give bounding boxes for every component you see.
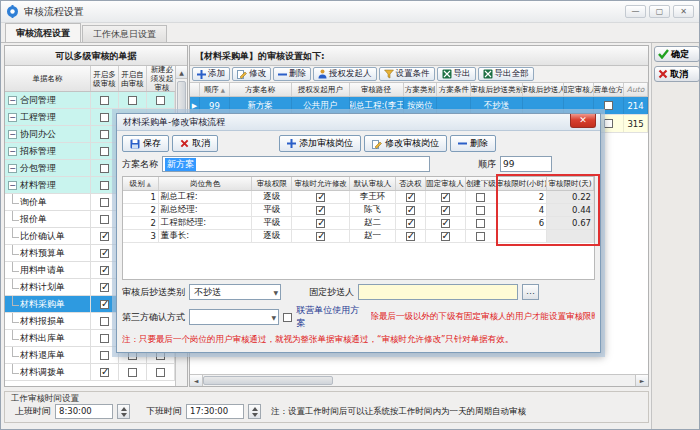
collapse-icon[interactable]: − [8, 130, 17, 139]
column-header[interactable]: 审核时允许修改 [292, 177, 350, 190]
column-header[interactable]: 审核后抄送类别 [471, 83, 523, 96]
audit-post-row[interactable]: 2副总经理:平级陈飞40.44 [123, 204, 594, 217]
minimize-icon[interactable]: — [625, 5, 646, 18]
column-header[interactable]: 固定审核人 [426, 177, 466, 190]
column-header[interactable]: 方案名称 [230, 83, 292, 96]
multi-checkbox[interactable] [100, 266, 109, 275]
cc-type-select[interactable]: 不抄送▼ [189, 284, 281, 300]
column-header[interactable]: 审核限时(小时) [497, 177, 547, 190]
multi-checkbox[interactable] [100, 300, 109, 309]
coop-checkbox[interactable] [604, 101, 613, 110]
work-start-input[interactable]: 8:30:00 [55, 404, 113, 419]
ok-button[interactable]: 确定 [654, 46, 700, 62]
create-sub-checkbox[interactable] [476, 193, 485, 202]
audit-post-row[interactable]: 2工程部经理:平级赵二60.67 [123, 217, 594, 230]
dialog-close-icon[interactable]: ✕ [570, 114, 596, 128]
free-checkbox[interactable] [128, 96, 137, 105]
fixed-auditor-checkbox[interactable] [441, 232, 450, 241]
allow-edit-checkbox[interactable] [316, 193, 325, 202]
dialog-title-bar[interactable]: 材料采购单-修改审核流程 [117, 114, 600, 131]
export-all-button[interactable]: 导出全部 [478, 67, 534, 81]
cc-person-input[interactable] [358, 284, 518, 300]
export-button[interactable]: 导出 [437, 67, 476, 81]
order-input[interactable]: 99 [500, 156, 552, 172]
multi-checkbox[interactable] [100, 368, 109, 377]
title-bar[interactable]: 审核流程设置 — ▢ ✕ [1, 1, 699, 23]
multi-checkbox[interactable] [100, 334, 109, 343]
delete-audit-post-button[interactable]: 删除 [450, 135, 496, 152]
column-header[interactable]: 岗位角色 [159, 177, 253, 190]
veto-checkbox[interactable] [406, 206, 415, 215]
must-checkbox[interactable] [156, 96, 165, 105]
veto-checkbox[interactable] [406, 232, 415, 241]
add-button[interactable]: 添加 [192, 67, 230, 81]
column-header[interactable]: 审核路径 [350, 83, 404, 96]
multi-checkbox[interactable] [100, 96, 109, 105]
create-sub-checkbox[interactable] [476, 219, 485, 228]
third-party-select[interactable]: ▼ [189, 309, 279, 325]
multi-checkbox[interactable] [100, 317, 109, 326]
document-type-row[interactable]: −合同管理 [5, 92, 175, 109]
column-header[interactable]: 级别▲ [123, 177, 159, 190]
add-audit-post-button[interactable]: 添加审核岗位 [279, 135, 361, 152]
column-header[interactable]: 审核权限 [252, 177, 292, 190]
work-start-spinner[interactable] [117, 404, 130, 419]
collapse-icon[interactable]: − [8, 113, 17, 122]
multi-checkbox[interactable] [100, 215, 109, 224]
dialog-cancel-button[interactable]: 取消 [172, 135, 218, 152]
work-end-spinner[interactable] [248, 404, 261, 419]
document-type-row[interactable]: 材料调拨单 [5, 364, 175, 381]
scroll-left-icon[interactable]: ◄ [190, 375, 203, 386]
multi-checkbox[interactable] [100, 232, 109, 241]
work-end-input[interactable]: 17:30:00 [186, 404, 244, 419]
allow-edit-checkbox[interactable] [316, 219, 325, 228]
horizontal-scrollbar[interactable]: ◄ ► [190, 374, 648, 386]
delete-button[interactable]: 删除 [273, 67, 311, 81]
multi-checkbox[interactable] [100, 147, 109, 156]
multi-checkbox[interactable] [100, 198, 109, 207]
veto-checkbox[interactable] [406, 219, 415, 228]
multi-checkbox[interactable] [100, 249, 109, 258]
maximize-icon[interactable]: ▢ [649, 5, 670, 18]
column-header[interactable]: 默认审核人 [350, 177, 396, 190]
allow-edit-checkbox[interactable] [316, 232, 325, 241]
scroll-right-icon[interactable]: ► [635, 375, 648, 386]
spin-up-icon[interactable] [121, 407, 127, 411]
column-header[interactable]: 方案条件 [437, 83, 471, 96]
column-header[interactable]: 联营单位方案 [594, 83, 624, 96]
free-checkbox[interactable] [128, 368, 137, 377]
scheme-name-input[interactable]: 新方案 [162, 156, 430, 172]
collapse-icon[interactable]: − [8, 164, 17, 173]
close-icon[interactable]: ✕ [673, 5, 694, 18]
picker-icon[interactable]: … [522, 284, 539, 300]
column-header[interactable]: 否决权 [396, 177, 426, 190]
tab-rest-days[interactable]: 工作休息日设置 [82, 25, 167, 42]
fixed-auditor-checkbox[interactable] [441, 193, 450, 202]
column-header[interactable]: 固定审核人 [564, 83, 594, 96]
column-header[interactable]: Auto [624, 83, 648, 96]
set-conditions-button[interactable]: 设置条件 [379, 67, 435, 81]
collapse-icon[interactable]: − [8, 147, 17, 156]
column-header[interactable]: 顺序▲ [200, 83, 230, 96]
hscroll-thumb[interactable] [203, 376, 333, 385]
coop-scheme-checkbox[interactable] [283, 313, 292, 322]
save-button[interactable]: 保存 [122, 135, 169, 152]
column-header[interactable]: 授权发起用户 [292, 83, 350, 96]
create-sub-checkbox[interactable] [476, 206, 485, 215]
create-sub-checkbox[interactable] [476, 232, 485, 241]
column-header[interactable]: 审核后抄送人 [523, 83, 564, 96]
allow-edit-checkbox[interactable] [316, 206, 325, 215]
audit-post-row[interactable]: 1副总工程:逐级李王环20.22 [123, 191, 594, 204]
spin-down-icon[interactable] [252, 413, 258, 417]
must-checkbox[interactable] [156, 368, 165, 377]
veto-checkbox[interactable] [406, 193, 415, 202]
spin-down-icon[interactable] [121, 413, 127, 417]
column-header[interactable]: 审核限时(天) [547, 177, 594, 190]
edit-audit-post-button[interactable]: 修改审核岗位 [364, 135, 447, 152]
collapse-icon[interactable]: − [8, 181, 17, 190]
audit-post-row[interactable]: 3董事长:逐级赵一 [123, 230, 594, 243]
tab-audit-process[interactable]: 审核流程设置 [5, 23, 81, 42]
authorize-initiator-button[interactable]: 授权发起人 [313, 67, 377, 81]
fixed-auditor-checkbox[interactable] [441, 206, 450, 215]
multi-checkbox[interactable] [100, 351, 109, 360]
